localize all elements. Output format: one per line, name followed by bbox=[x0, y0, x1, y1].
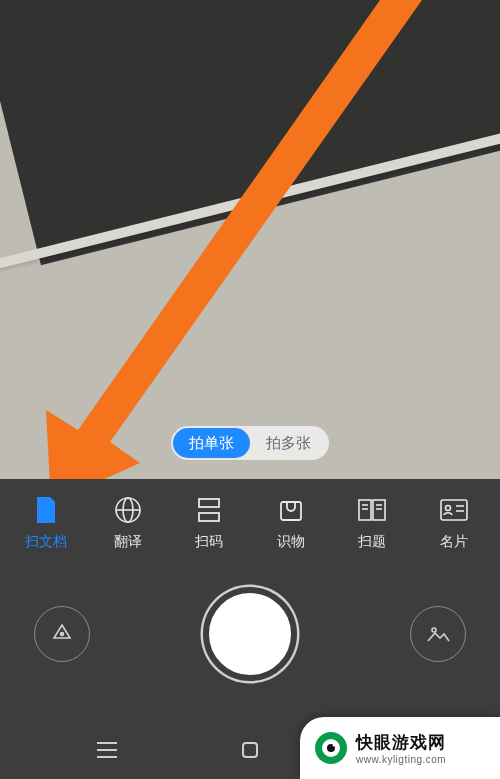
xiaoai-label: 小爱同学 扫一扫 bbox=[445, 423, 489, 447]
card-icon bbox=[439, 495, 469, 525]
xiaoai-icon bbox=[415, 422, 441, 448]
watermark-url: www.kyligting.com bbox=[356, 754, 446, 765]
svg-rect-9 bbox=[373, 500, 385, 520]
pill-container: 拍单张 拍多张 bbox=[171, 426, 329, 460]
watermark-text: 快眼游戏网 www.kyligting.com bbox=[356, 731, 446, 765]
mode-label: 扫题 bbox=[358, 533, 386, 551]
book-icon bbox=[357, 495, 387, 525]
svg-rect-5 bbox=[199, 499, 219, 507]
svg-rect-23 bbox=[243, 743, 257, 757]
bag-icon bbox=[276, 495, 306, 525]
pill-single-shot[interactable]: 拍单张 bbox=[173, 428, 250, 458]
mode-label: 翻译 bbox=[114, 533, 142, 551]
pill-multi-shot[interactable]: 拍多张 bbox=[250, 428, 327, 458]
mode-label: 扫码 bbox=[195, 533, 223, 551]
mode-label: 名片 bbox=[440, 533, 468, 551]
svg-rect-14 bbox=[441, 500, 467, 520]
mode-strip: 扫文档 翻译 扫码 识物 bbox=[0, 495, 500, 551]
document-icon bbox=[31, 495, 61, 525]
mode-question[interactable]: 扫题 bbox=[340, 495, 404, 551]
gallery-button[interactable] bbox=[410, 606, 466, 662]
watermark-title: 快眼游戏网 bbox=[356, 731, 446, 754]
svg-rect-8 bbox=[359, 500, 371, 520]
watermark-badge: 快眼游戏网 www.kyligting.com bbox=[300, 717, 500, 779]
xiaoai-line1: 小爱同学 bbox=[445, 423, 489, 435]
nav-recent[interactable] bbox=[87, 730, 127, 770]
svg-point-1 bbox=[427, 435, 429, 437]
mode-business-card[interactable]: 名片 bbox=[422, 495, 486, 551]
watermark-icon bbox=[314, 731, 348, 765]
viewfinder-dark-surface bbox=[0, 0, 500, 265]
mode-scan-document[interactable]: 扫文档 bbox=[14, 495, 78, 551]
capture-controls bbox=[0, 587, 500, 681]
xiaoai-line2: 扫一扫 bbox=[445, 435, 489, 447]
mode-identify[interactable]: 识物 bbox=[259, 495, 323, 551]
camera-viewfinder bbox=[0, 0, 500, 479]
nav-home[interactable] bbox=[230, 730, 270, 770]
xiaoai-scan-badge[interactable]: 小爱同学 扫一扫 bbox=[415, 422, 489, 448]
mode-translate[interactable]: 翻译 bbox=[96, 495, 160, 551]
shutter-button[interactable] bbox=[203, 587, 297, 681]
ai-button[interactable] bbox=[34, 606, 90, 662]
svg-point-18 bbox=[61, 633, 64, 636]
mode-label: 识物 bbox=[277, 533, 305, 551]
svg-rect-6 bbox=[199, 513, 219, 521]
mode-qr-scan[interactable]: 扫码 bbox=[177, 495, 241, 551]
svg-point-19 bbox=[432, 628, 436, 632]
scan-icon bbox=[194, 495, 224, 525]
globe-icon bbox=[113, 495, 143, 525]
svg-point-15 bbox=[445, 506, 450, 511]
mode-label: 扫文档 bbox=[25, 533, 67, 551]
svg-point-27 bbox=[333, 744, 336, 747]
camera-scan-screen: 拍单张 拍多张 小爱同学 扫一扫 扫文档 翻译 bbox=[0, 0, 500, 779]
